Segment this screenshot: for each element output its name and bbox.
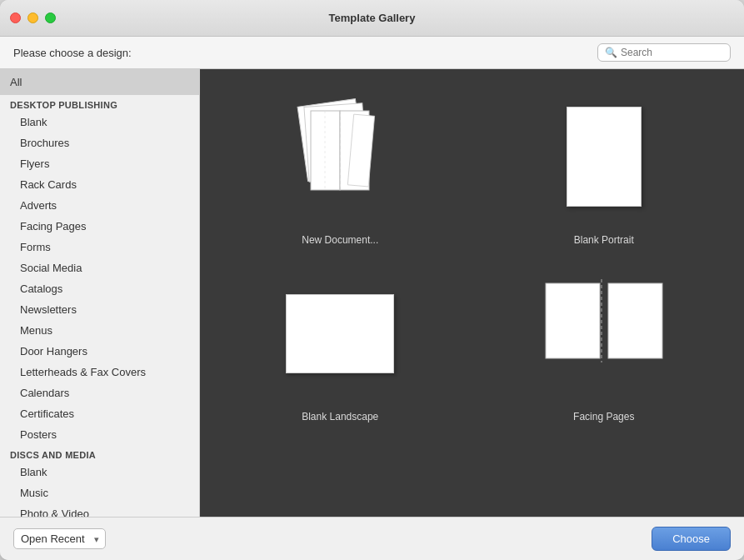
- sidebar-item-all[interactable]: All: [0, 69, 199, 95]
- blank-landscape-icon: [286, 294, 394, 373]
- sidebar-item-rack-cards[interactable]: Rack Cards: [0, 174, 199, 195]
- template-label-new-document: New Document...: [302, 234, 378, 246]
- search-input[interactable]: [621, 47, 723, 58]
- sidebar-item-newsletters[interactable]: Newsletters: [0, 299, 199, 320]
- sidebar-section-discs-and-media: DISCS AND MEDIA: [0, 445, 199, 462]
- sidebar-item-letterheads-fax[interactable]: Letterheads & Fax Covers: [0, 362, 199, 382]
- window-title: Template Gallery: [329, 12, 416, 24]
- open-recent-wrapper: Open Recent: [13, 528, 106, 549]
- template-preview-new-document: [269, 86, 411, 228]
- sidebar: All DESKTOP PUBLISHINGBlankBrochuresFlye…: [0, 69, 200, 517]
- sidebar-item-certificates[interactable]: Certificates: [0, 403, 199, 424]
- template-preview-blank-landscape: [269, 262, 411, 404]
- sidebar-item-adverts[interactable]: Adverts: [0, 195, 199, 216]
- sidebar-item-forms[interactable]: Forms: [0, 237, 199, 258]
- template-grid: New Document... Blank Portrait Blank Lan…: [200, 69, 744, 517]
- template-label-facing-pages: Facing Pages: [573, 411, 634, 422]
- template-label-blank-landscape: Blank Landscape: [302, 411, 378, 422]
- footer-bar: Open Recent Choose: [0, 517, 744, 560]
- template-preview-facing-pages: [533, 262, 675, 404]
- template-preview-blank-portrait: [533, 86, 675, 228]
- open-recent-select[interactable]: Open Recent: [13, 528, 106, 549]
- facing-pages-icon: [537, 275, 671, 392]
- template-card-facing-pages[interactable]: Facing Pages: [481, 262, 728, 422]
- sidebar-item-blank-disc[interactable]: Blank: [0, 462, 199, 482]
- svg-rect-8: [608, 283, 662, 358]
- template-card-new-document[interactable]: New Document...: [217, 86, 464, 246]
- title-bar: Template Gallery: [0, 0, 744, 37]
- sidebar-item-door-hangers[interactable]: Door Hangers: [0, 341, 199, 362]
- svg-rect-7: [546, 283, 600, 358]
- blank-portrait-icon: [567, 107, 642, 207]
- sidebar-item-social-media[interactable]: Social Media: [0, 258, 199, 278]
- main-content: All DESKTOP PUBLISHINGBlankBrochuresFlye…: [0, 69, 744, 517]
- new-document-icon: [277, 90, 402, 223]
- sidebar-section-desktop-publishing: DESKTOP PUBLISHING: [0, 95, 199, 112]
- template-label-blank-portrait: Blank Portrait: [574, 234, 634, 246]
- maximize-button[interactable]: [45, 12, 56, 23]
- sidebar-item-posters[interactable]: Posters: [0, 424, 199, 445]
- sidebar-item-brochures[interactable]: Brochures: [0, 132, 199, 153]
- template-card-blank-landscape[interactable]: Blank Landscape: [217, 262, 464, 422]
- sidebar-item-calendars[interactable]: Calendars: [0, 382, 199, 403]
- choose-button[interactable]: Choose: [652, 527, 731, 551]
- sidebar-item-catalogs[interactable]: Catalogs: [0, 278, 199, 299]
- sidebar-item-flyers[interactable]: Flyers: [0, 153, 199, 174]
- close-button[interactable]: [10, 12, 21, 23]
- sidebar-item-blank[interactable]: Blank: [0, 112, 199, 132]
- sidebar-item-music[interactable]: Music: [0, 482, 199, 503]
- traffic-lights: [10, 12, 56, 23]
- header-bar: Please choose a design: 🔍: [0, 37, 744, 69]
- minimize-button[interactable]: [27, 12, 38, 23]
- header-label: Please choose a design:: [13, 47, 132, 59]
- svg-rect-2: [311, 111, 340, 190]
- window: Template Gallery Please choose a design:…: [0, 0, 744, 560]
- search-icon: 🔍: [605, 47, 617, 58]
- template-card-blank-portrait[interactable]: Blank Portrait: [481, 86, 728, 246]
- search-box: 🔍: [597, 43, 731, 62]
- sidebar-item-menus[interactable]: Menus: [0, 320, 199, 341]
- sidebar-item-facing-pages[interactable]: Facing Pages: [0, 216, 199, 237]
- sidebar-item-photo-video[interactable]: Photo & Video: [0, 503, 199, 517]
